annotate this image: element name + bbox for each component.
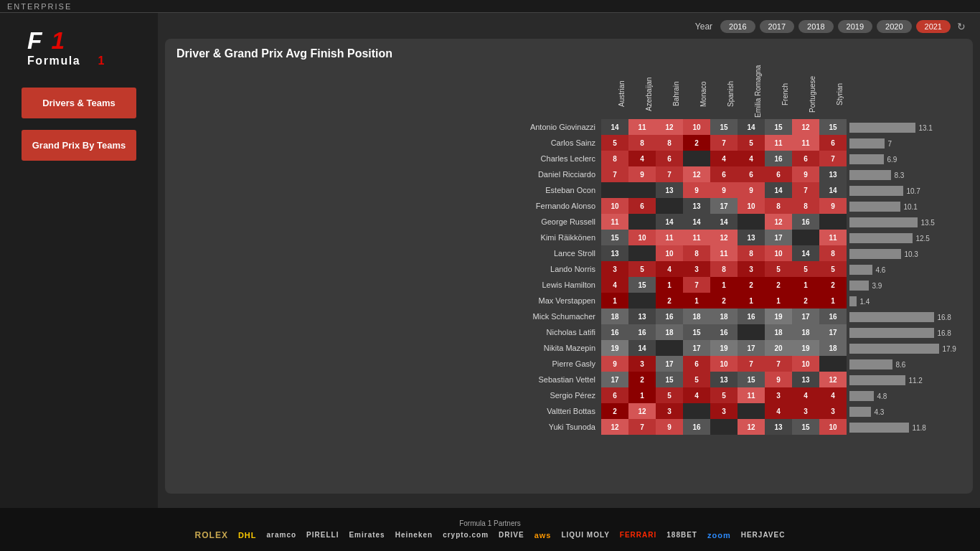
grand-prix-teams-button[interactable]: Grand Prix By Teams: [22, 130, 136, 161]
cell-r11-c1: [628, 293, 656, 309]
cell-r14-c1: 14: [628, 340, 656, 356]
aramco-logo: aramco: [267, 531, 297, 539]
cell-r19-c3: 16: [683, 419, 710, 435]
year-2019[interactable]: 2019: [838, 20, 872, 33]
cell-r9-c7: 5: [792, 261, 819, 277]
driver-name-9: Lando Norris: [176, 261, 601, 277]
avg-bar-cell-0: 13.1: [847, 119, 961, 135]
aws-logo: aws: [534, 531, 552, 540]
column-header-austrian: Austrian: [601, 69, 628, 119]
cell-r11-c5: 1: [738, 293, 765, 309]
cell-r12-c6: 19: [765, 309, 792, 324]
table-row: Lewis Hamilton4151712212 3.9: [176, 277, 961, 293]
table-row: Daniel Ricciardo79712666913 8.3: [176, 166, 961, 182]
table-row: Esteban Ocon1399914714 10.7: [176, 182, 961, 198]
year-2016[interactable]: 2016: [720, 20, 755, 33]
avg-bar-13: [849, 328, 934, 338]
cell-r9-c5: 3: [738, 261, 765, 277]
cell-r13-c6: 18: [765, 324, 792, 340]
cell-r3-c1: 9: [628, 166, 656, 182]
avg-value-19: 11.8: [912, 424, 925, 432]
cell-r12-c2: 16: [656, 309, 683, 324]
driver-name-header: [176, 69, 601, 119]
cell-r18-c7: 3: [792, 403, 819, 419]
table-row: Lance Stroll1310811810148 10.3: [176, 245, 961, 261]
avg-value-7: 12.5: [915, 235, 929, 242]
cell-r7-c4: 12: [710, 230, 738, 245]
cell-r6-c0: 11: [601, 214, 628, 230]
cell-r17-c5: 11: [738, 387, 765, 403]
year-2021[interactable]: 2021: [916, 20, 951, 33]
year-2018[interactable]: 2018: [798, 20, 833, 33]
cell-r17-c0: 6: [601, 387, 628, 403]
heineken-logo: Heineken: [395, 531, 433, 539]
table-row: Pierre Gasly93176107710 8.6: [176, 356, 961, 372]
cell-r19-c1: 7: [628, 419, 656, 435]
refresh-icon[interactable]: ↻: [957, 21, 966, 32]
cell-r13-c5: [738, 324, 765, 340]
cell-r15-c1: 3: [628, 356, 656, 372]
cell-r4-c2: 13: [656, 182, 683, 198]
cell-r13-c2: 18: [656, 324, 683, 340]
cell-r6-c7: 16: [792, 214, 819, 230]
cell-r7-c1: 10: [628, 230, 656, 245]
cell-r5-c3: 13: [683, 198, 710, 214]
drivers-teams-button[interactable]: Drivers & Teams: [22, 88, 136, 118]
svg-text:F: F: [27, 27, 43, 54]
cell-r0-c4: 15: [710, 119, 738, 135]
avg-value-10: 3.9: [872, 282, 882, 290]
avg-value-4: 10.7: [906, 187, 920, 195]
cell-r2-c7: 6: [792, 151, 819, 166]
cell-r0-c0: 14: [601, 119, 628, 135]
cell-r3-c3: 12: [683, 166, 710, 182]
sidebar: F 1 Formula 1 Drivers & Teams Grand Prix…: [0, 13, 158, 529]
cell-r14-c0: 19: [601, 340, 628, 356]
cell-r14-c6: 20: [765, 340, 792, 356]
cell-r4-c0: [601, 182, 628, 198]
cell-r5-c4: 17: [710, 198, 738, 214]
cell-r9-c0: 3: [601, 261, 628, 277]
avg-bar-6: [849, 217, 918, 227]
cell-r17-c4: 5: [710, 387, 738, 403]
table-row: Lando Norris354383555 4.6: [176, 261, 961, 277]
cell-r1-c6: 11: [765, 135, 792, 151]
cell-r14-c7: 19: [792, 340, 819, 356]
year-2020[interactable]: 2020: [877, 20, 911, 33]
driver-name-12: Mick Schumacher: [176, 309, 601, 324]
cell-r13-c3: 15: [683, 324, 710, 340]
driver-name-18: Valtteri Bottas: [176, 403, 601, 419]
cell-r3-c2: 7: [656, 166, 683, 182]
avg-bar-cell-19: 11.8: [847, 419, 961, 435]
cell-r6-c8: [819, 214, 847, 230]
year-2017[interactable]: 2017: [760, 20, 794, 33]
column-header-spanish: Spanish: [710, 69, 738, 119]
column-header-emilia-romagna: Emilia Romagna: [738, 69, 765, 119]
cell-r8-c7: 14: [792, 245, 819, 261]
driver-name-7: Kimi Räikkönen: [176, 230, 601, 245]
avg-bar-cell-6: 13.5: [847, 214, 961, 230]
avg-bar-cell-9: 4.6: [847, 261, 961, 277]
cell-r10-c5: 2: [738, 277, 765, 293]
driver-name-19: Yuki Tsunoda: [176, 419, 601, 435]
table-row: Yuki Tsunoda12791612131510 11.8: [176, 419, 961, 435]
cell-r19-c6: 13: [765, 419, 792, 435]
table-row: Carlos Sainz58827511116 7: [176, 135, 961, 151]
avg-value-18: 4.3: [874, 408, 884, 416]
avg-bar-17: [849, 391, 874, 401]
avg-bar-14: [849, 344, 939, 354]
crypto-logo: crypto.com: [443, 531, 489, 539]
avg-value-11: 1.4: [859, 298, 870, 306]
cell-r15-c0: 9: [601, 356, 628, 372]
drive-logo: DRIVE: [499, 531, 524, 539]
column-header-azerbaijan: Azerbaijan: [628, 69, 656, 119]
cell-r17-c8: 4: [819, 387, 847, 403]
cell-r5-c1: 6: [628, 198, 656, 214]
cell-r14-c8: 18: [819, 340, 847, 356]
avg-bar-10: [849, 281, 869, 291]
driver-name-1: Carlos Sainz: [176, 135, 601, 151]
cell-r19-c4: [710, 419, 738, 435]
cell-r15-c6: 7: [765, 356, 792, 372]
cell-r18-c0: 2: [601, 403, 628, 419]
cell-r10-c7: 1: [792, 277, 819, 293]
avg-bar-cell-10: 3.9: [847, 277, 961, 293]
